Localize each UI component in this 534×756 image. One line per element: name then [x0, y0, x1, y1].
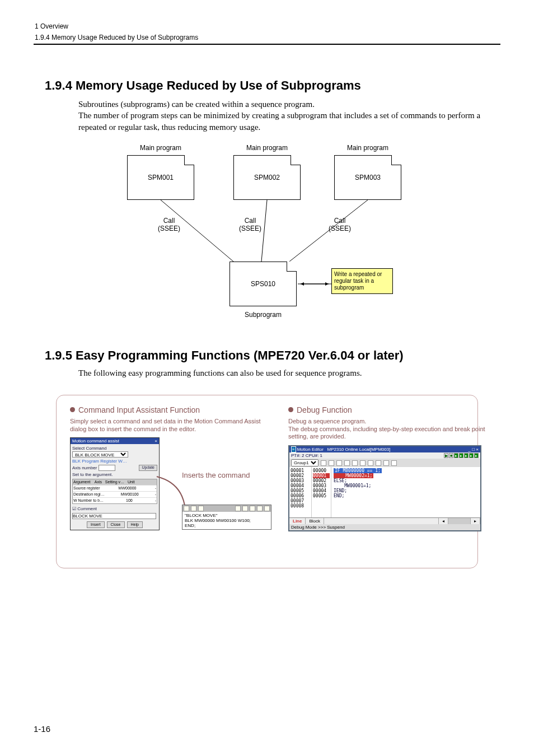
cia-mock: Motion command assist × Select Command B… [70, 437, 277, 530]
toolbar-icon [352, 460, 358, 466]
page-header: 1 Overview 1.9.4 Memory Usage Reduced by… [34, 22, 500, 45]
motion-editor-titlebar: ≡Motion Editor MP2310 Online Local[MPM00… [289, 446, 480, 452]
tab-block: Block [306, 518, 324, 524]
bullet-icon [70, 407, 75, 412]
functions-panel: Command Input Assistant Function Simply … [56, 395, 478, 568]
toolbar-icon [264, 506, 270, 511]
debug-controls: ▶ ■ ▸ ▸ ▸ ▸ ▸ [444, 453, 479, 458]
status-bar: Debug Mode >>> Suspend [289, 524, 480, 530]
scroll-right-icon: ▸ [471, 518, 480, 524]
toolbar-icon [336, 460, 342, 466]
stop-icon: ■ [449, 453, 453, 458]
call-label-1: Call (SSEE) [158, 217, 180, 232]
update-button: Update [139, 465, 157, 470]
doc-spm002: SPM002 [233, 155, 301, 200]
toolbar-icon [191, 506, 196, 511]
help-button: Help [127, 521, 143, 528]
toolbar-icon [391, 460, 397, 466]
toolbar-icon [257, 506, 263, 511]
svg-line-1 [261, 200, 267, 262]
para-194-1: Subroutines (subprograms) can be created… [78, 99, 489, 110]
toolbar-icon [184, 506, 189, 511]
assist-titlebar: Motion command assist × [71, 438, 159, 444]
toolbar-icon [383, 460, 389, 466]
section-label: 1.9.4 Memory Usage Reduced by Use of Sub… [34, 32, 500, 45]
subprogram-note: Write a repeated or regular task in a su… [331, 268, 393, 294]
call-label-2: Call (SSEE) [239, 217, 261, 232]
cia-desc: Simply select a command and set data in … [70, 418, 277, 433]
doc-spm001: SPM001 [127, 155, 194, 200]
line-numbers: 00001 00002 00003 00004 00005 00006 0000… [289, 467, 312, 517]
close-button: Close [107, 521, 125, 528]
select-command: BLK BLOCK MOVE [72, 451, 128, 458]
play-icon: ▶ [444, 453, 448, 458]
page-number: 1-16 [34, 724, 50, 734]
step-icon: ▸ [454, 453, 458, 458]
call-label-3: Call (SSEE) [329, 217, 351, 232]
doc-spm003: SPM003 [334, 155, 401, 200]
window-controls: _ □ × [469, 447, 479, 452]
step-icon: ▸ [469, 453, 474, 458]
main-label-3: Main program [334, 144, 401, 152]
group-select: Group1 [291, 459, 318, 466]
tab-line: Line [289, 518, 306, 524]
assist-dialog: Motion command assist × Select Command B… [70, 437, 160, 530]
toolbar-icon [376, 460, 381, 466]
step-icon: ▸ [474, 453, 479, 458]
app-icon: ≡ [291, 446, 296, 452]
code-area: 00001 00002 00003 00004 00005 00006 0000… [289, 467, 480, 517]
subprogram-label: Subprogram [229, 311, 297, 319]
debug-function-col: Debug Function Debug a sequence program.… [288, 405, 495, 531]
subprogram-diagram: Main program Main program Main program S… [93, 144, 441, 329]
toolbar-icon [368, 460, 373, 466]
toolbar-icon [250, 506, 255, 511]
step-icon: ▸ [459, 453, 463, 458]
toolbar-icon [235, 506, 241, 511]
close-icon: × [154, 438, 157, 444]
heading-195: 1.9.5 Easy Programming Functions (MPE720… [45, 348, 500, 363]
editor-snippet: "BLOCK MOVE" BLK MW00000 MW00100 W100; E… [182, 505, 271, 530]
command-input-assist-col: Command Input Assistant Function Simply … [70, 405, 277, 530]
scroll-left-icon: ◂ [439, 518, 448, 524]
toolbar-icon [344, 460, 350, 466]
motion-editor-window: ≡Motion Editor MP2310 Online Local[MPM00… [288, 445, 481, 531]
toolbar-icon [242, 506, 248, 511]
insert-button: Insert [87, 521, 105, 528]
bullet-icon [288, 407, 293, 412]
cia-title: Command Input Assistant Function [70, 405, 277, 414]
toolbar-icon [329, 460, 334, 466]
step-icon: ▸ [464, 453, 469, 458]
body-195: The following easy programming functions… [78, 368, 500, 378]
heading-194: 1.9.4 Memory Usage Reduced by Use of Sub… [45, 78, 500, 93]
debug-desc: Debug a sequence program. The debug comm… [288, 418, 495, 441]
main-label-2: Main program [233, 144, 301, 152]
chapter-label: 1 Overview [34, 22, 500, 32]
para-194-2: The number of program steps can be minim… [78, 110, 489, 133]
doc-sps010: SPS010 [229, 262, 297, 306]
editor-tabs: Line Block ◂ ▸ [289, 517, 480, 524]
bp-column: 00000 00001 00002 00003 00004 00005 [312, 467, 331, 517]
toolbar-icon [321, 460, 326, 466]
code-text: IF MB000000 == 1; MW00002=1; ELSE; MW000… [331, 467, 480, 517]
toolbar-icon [198, 506, 204, 511]
body-194: Subroutines (subprograms) can be created… [78, 99, 489, 133]
toolbar-icon [360, 460, 366, 466]
main-label-1: Main program [127, 144, 194, 152]
debug-title: Debug Function [288, 405, 495, 414]
assist-table: Argument Axis Setting v… Unit Source reg… [72, 479, 157, 504]
